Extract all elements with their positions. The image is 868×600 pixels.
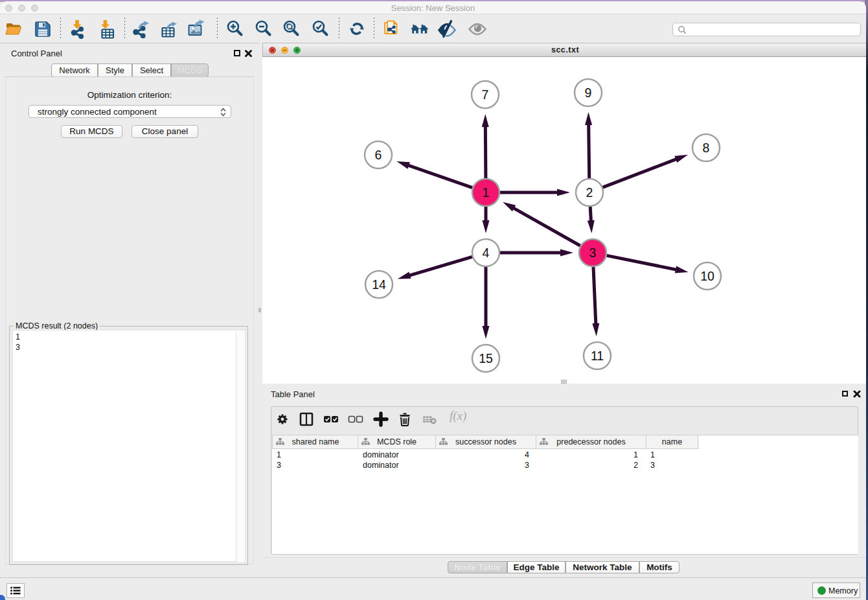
svg-text:8: 8 — [703, 141, 710, 155]
svg-text:10: 10 — [700, 269, 714, 283]
svg-text:15: 15 — [479, 351, 493, 365]
svg-text:7: 7 — [482, 87, 489, 102]
svg-text:1: 1 — [483, 185, 490, 200]
svg-text:9: 9 — [585, 86, 592, 100]
svg-text:4: 4 — [483, 246, 490, 260]
svg-text:11: 11 — [591, 349, 604, 363]
svg-text:6: 6 — [375, 148, 382, 162]
svg-text:3: 3 — [589, 246, 597, 260]
svg-text:2: 2 — [586, 185, 593, 200]
svg-text:14: 14 — [372, 277, 386, 292]
